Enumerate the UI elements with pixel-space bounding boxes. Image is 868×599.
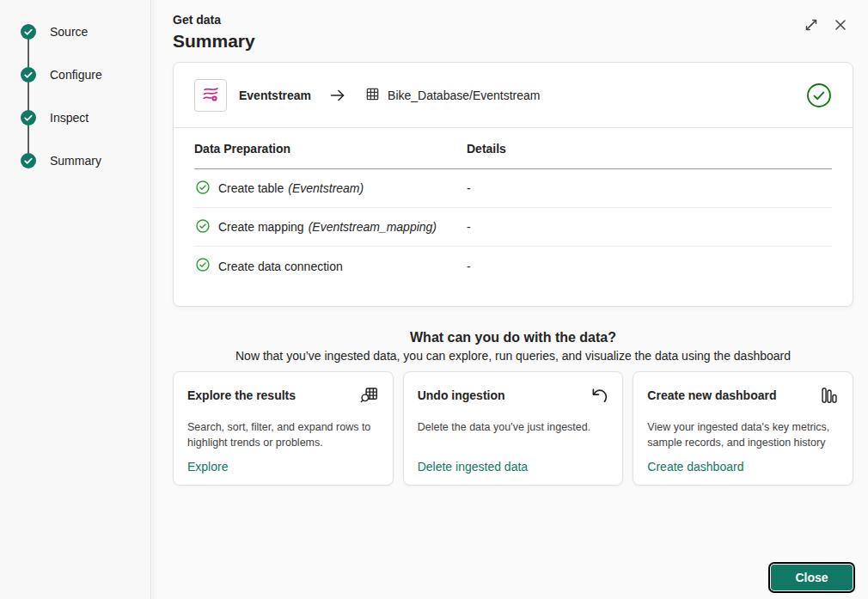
table-search-icon: [360, 386, 379, 408]
page-title: Summary: [173, 31, 255, 52]
bar-chart-icon: [820, 386, 839, 408]
next-steps-subtitle: Now that you’ve ingested data, you can e…: [173, 349, 853, 363]
expand-icon: [803, 16, 820, 36]
stepper: Source Configure Inspect Summary: [0, 0, 150, 182]
column-header-data-preparation: Data Preparation: [194, 142, 467, 156]
source-destination-row: Eventstream Bike_Database/Eventstream: [174, 63, 853, 128]
close-dialog-button[interactable]: [830, 15, 851, 36]
wizard-stepper-panel: Source Configure Inspect Summary: [0, 0, 151, 599]
card-body: Delete the data you’ve just ingested.: [418, 419, 609, 435]
step-summary[interactable]: Summary: [0, 139, 150, 182]
undo-icon: [590, 386, 608, 408]
task-details: -: [467, 220, 832, 234]
delete-ingested-data-link[interactable]: Delete ingested data: [418, 460, 528, 474]
table-row: Create data connection -: [194, 247, 832, 285]
close-button[interactable]: Close: [771, 565, 853, 590]
step-complete-icon: [21, 67, 36, 83]
task-label-detail: (Eventstream_mapping): [309, 220, 437, 234]
table-row: Create mapping (Eventstream_mapping) -: [194, 208, 832, 247]
dialog-eyebrow: Get data: [173, 13, 221, 27]
card-title: Create new dashboard: [647, 386, 776, 402]
create-dashboard-card: Create new dashboard View your ingested …: [633, 371, 853, 486]
next-steps-cards: Explore the results Search, sort, filter…: [173, 371, 853, 486]
row-success-icon: [196, 258, 210, 274]
column-header-details: Details: [467, 142, 832, 156]
undo-ingestion-card: Undo ingestion Delete the data you’ve ju…: [403, 371, 624, 486]
data-preparation-table: Data Preparation Details Create table (E…: [174, 128, 853, 285]
step-inspect[interactable]: Inspect: [0, 96, 150, 139]
arrow-right-icon: [328, 87, 347, 104]
eventstream-tile: [194, 79, 227, 112]
step-complete-icon: [21, 153, 36, 168]
explore-link[interactable]: Explore: [187, 460, 228, 474]
task-label: Create data connection: [218, 260, 343, 273]
card-body: Search, sort, filter, and expand rows to…: [187, 419, 379, 450]
step-label: Source: [50, 25, 88, 39]
table-row: Create table (Eventstream) -: [194, 169, 832, 208]
row-success-icon: [196, 180, 210, 197]
card-title: Explore the results: [187, 386, 296, 402]
task-details: -: [467, 260, 832, 273]
step-source[interactable]: Source: [0, 10, 150, 53]
get-data-dialog: Get data Summary: [152, 0, 868, 599]
expand-button[interactable]: [801, 15, 822, 36]
create-dashboard-link[interactable]: Create dashboard: [647, 460, 743, 474]
step-complete-icon: [21, 24, 36, 40]
success-check-icon: [806, 83, 832, 108]
card-body: View your ingested data's key metrics, s…: [647, 419, 839, 450]
next-steps-title: What can you do with the data?: [173, 330, 853, 345]
source-name: Eventstream: [239, 89, 311, 102]
destination: Bike_Database/Eventstream: [364, 86, 540, 105]
row-success-icon: [196, 219, 210, 235]
window-actions: [801, 15, 851, 36]
explore-results-card: Explore the results Search, sort, filter…: [173, 371, 394, 486]
task-label: Create table: [218, 181, 284, 195]
close-icon: [832, 16, 849, 36]
table-grid-icon: [364, 86, 381, 105]
task-label: Create mapping: [218, 220, 304, 234]
step-label: Summary: [50, 154, 101, 168]
step-label: Inspect: [50, 111, 89, 125]
step-complete-icon: [21, 110, 36, 125]
card-title: Undo ingestion: [418, 386, 505, 402]
eventstream-icon: [201, 84, 220, 107]
destination-path: Bike_Database/Eventstream: [388, 89, 540, 102]
step-configure[interactable]: Configure: [0, 53, 150, 96]
ingestion-summary-card: Eventstream Bike_Database/Eventstream: [173, 62, 853, 307]
task-label-detail: (Eventstream): [288, 181, 364, 195]
step-label: Configure: [50, 68, 102, 82]
table-header-row: Data Preparation Details: [194, 128, 832, 169]
task-details: -: [467, 181, 832, 195]
